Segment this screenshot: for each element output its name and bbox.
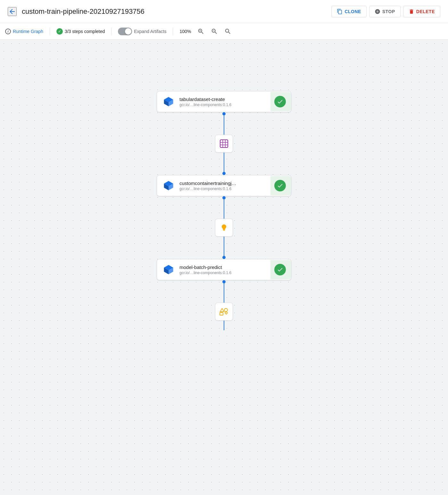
svg-rect-6 <box>223 231 225 231</box>
info-icon: i <box>5 29 11 34</box>
connector-dot-1 <box>222 112 226 115</box>
zoom-out-button[interactable] <box>211 28 218 35</box>
connector-3 <box>215 280 233 330</box>
connector-line-2b <box>224 237 224 256</box>
artifact-node-2[interactable] <box>215 219 233 237</box>
svg-rect-8 <box>220 313 223 315</box>
expand-artifacts-toggle-container[interactable]: Expand Artifacts <box>118 28 166 35</box>
artifact-node-1[interactable] <box>215 135 233 153</box>
node-3-status-area <box>270 260 291 279</box>
back-button[interactable] <box>8 7 17 16</box>
artifact-node-3[interactable] <box>215 303 233 321</box>
node-1-icon <box>162 95 175 108</box>
node-2-sub: gcr.io/…line-components:0.1.6 <box>179 187 266 191</box>
node-3-icon <box>162 263 175 276</box>
zoom-level: 100% <box>179 29 191 34</box>
svg-point-7 <box>224 308 228 312</box>
pipeline-node-1[interactable]: tabulardataset-create gcr.io/…line-compo… <box>157 91 291 112</box>
node-3-sub: gcr.io/…line-components:0.1.6 <box>179 271 266 275</box>
node-1-status-icon <box>274 96 286 107</box>
steps-label: 3/3 steps completed <box>65 29 105 34</box>
connector-line-1a <box>224 115 224 135</box>
connector-2 <box>215 196 233 259</box>
connector-dot-5 <box>222 280 226 283</box>
node-2-status-icon <box>274 180 286 191</box>
runtime-graph-label: Runtime Graph <box>13 29 43 34</box>
connector-1 <box>215 112 233 175</box>
expand-artifacts-label: Expand Artifacts <box>134 29 166 34</box>
pipeline-node-3[interactable]: model-batch-predict gcr.io/…line-compone… <box>157 259 291 280</box>
connector-line-1b <box>224 153 224 172</box>
zoom-fit-button[interactable] <box>224 28 231 35</box>
node-1-info: tabulardataset-create gcr.io/…line-compo… <box>179 96 266 107</box>
connector-line-3a <box>224 283 224 303</box>
node-2-icon <box>162 179 175 192</box>
connector-dot-2 <box>222 172 226 175</box>
toggle-knob <box>125 28 131 35</box>
pipeline-canvas: tabulardataset-create gcr.io/…line-compo… <box>0 40 448 495</box>
delete-button[interactable]: DELETE <box>403 6 440 17</box>
divider-2 <box>111 28 112 35</box>
divider-1 <box>50 28 50 35</box>
delete-label: DELETE <box>416 9 435 14</box>
pipeline-flow: tabulardataset-create gcr.io/…line-compo… <box>0 40 448 330</box>
steps-completed: ✓ 3/3 steps completed <box>56 28 105 35</box>
svg-rect-5 <box>223 230 225 230</box>
expand-artifacts-toggle[interactable] <box>118 28 132 35</box>
stop-label: STOP <box>382 9 395 14</box>
node-3-info: model-batch-predict gcr.io/…line-compone… <box>179 264 266 275</box>
toolbar: i Runtime Graph ✓ 3/3 steps completed Ex… <box>0 23 448 40</box>
node-3-status-icon <box>274 264 286 275</box>
node-3-name: model-batch-predict <box>179 264 266 270</box>
pipeline-title: custom-train-pipeline-20210927193756 <box>22 7 326 16</box>
clone-label: CLONE <box>344 9 361 14</box>
connector-dot-4 <box>222 256 226 259</box>
stop-button[interactable]: STOP <box>369 6 401 17</box>
node-1-status-area <box>270 92 291 111</box>
clone-button[interactable]: CLONE <box>331 6 367 17</box>
header-actions: CLONE STOP DELETE <box>331 6 440 17</box>
node-1-name: tabulardataset-create <box>179 96 266 102</box>
header: custom-train-pipeline-20210927193756 CLO… <box>0 0 448 23</box>
node-2-info: customcontainertrainingj… gcr.io/…line-c… <box>179 180 266 191</box>
steps-check-icon: ✓ <box>56 28 63 35</box>
connector-line-2a <box>224 199 224 219</box>
pipeline-node-2[interactable]: customcontainertrainingj… gcr.io/…line-c… <box>157 175 291 196</box>
node-1-sub: gcr.io/…line-components:0.1.6 <box>179 103 266 107</box>
svg-rect-0 <box>220 140 228 147</box>
node-2-name: customcontainertrainingj… <box>179 180 266 186</box>
zoom-in-button[interactable] <box>197 28 204 35</box>
runtime-graph-tab[interactable]: i Runtime Graph <box>5 29 43 34</box>
divider-3 <box>173 28 173 35</box>
connector-line-3b <box>224 321 224 330</box>
node-2-status-area <box>270 176 291 195</box>
connector-dot-3 <box>222 196 226 199</box>
